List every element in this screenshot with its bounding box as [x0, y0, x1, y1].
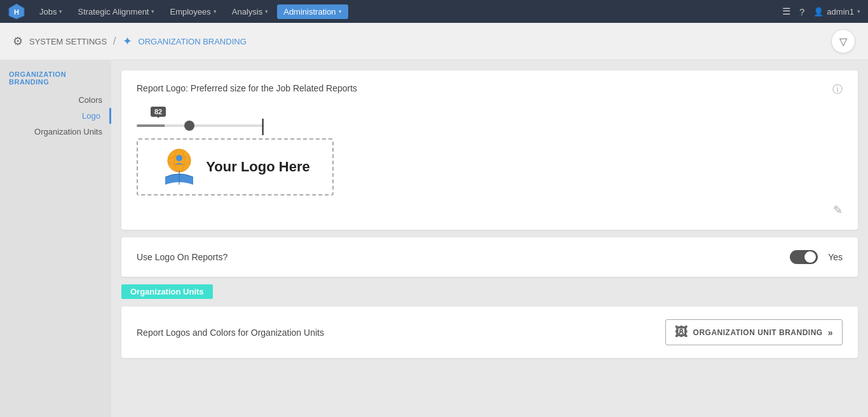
svg-point-6 [176, 155, 182, 161]
logo-size-slider[interactable] [137, 124, 264, 127]
use-logo-toggle[interactable] [790, 250, 818, 264]
help-circle-icon[interactable]: ⓘ [832, 83, 843, 96]
breadcrumb-org-branding[interactable]: ORGANIZATION BRANDING [139, 37, 247, 46]
chevron-down-icon: ▾ [857, 8, 860, 15]
sidebar-item-logo[interactable]: Logo [0, 108, 111, 124]
org-units-row-label: Report Logos and Colors for Organization… [137, 328, 324, 338]
toggle-thumb [804, 251, 816, 263]
chevron-down-icon: ▾ [265, 8, 268, 15]
toggle-yes-label: Yes [828, 252, 843, 262]
logo-svg [160, 147, 198, 188]
main-content: Report Logo: Preferred size for the Job … [111, 60, 868, 417]
slider-container: 82 | [137, 107, 843, 127]
filter-icon: ▽ [839, 36, 847, 48]
nav-employees[interactable]: Employees ▾ [163, 4, 222, 19]
filters-icon[interactable]: ☰ [782, 6, 790, 17]
org-units-section: Organization Units Report Logos and Colo… [121, 284, 858, 358]
user-menu[interactable]: 👤 admin1 ▾ [813, 7, 860, 17]
sidebar-item-organization-units[interactable]: Organization Units [0, 124, 111, 140]
org-branding-icon: ✦ [123, 34, 132, 48]
report-logo-card: Report Logo: Preferred size for the Job … [121, 70, 858, 230]
breadcrumb: ⚙ SYSTEM SETTINGS / ✦ ORGANIZATION BRAND… [0, 23, 868, 60]
card-bottom-action: ✎ [137, 203, 843, 217]
top-nav: H Jobs ▾ Strategic Alignment ▾ Employees… [0, 0, 868, 23]
chevron-down-icon: ▾ [339, 8, 342, 15]
chevron-down-icon: ▾ [151, 8, 154, 15]
use-logo-card: Use Logo On Reports? Yes [121, 237, 858, 277]
svg-text:H: H [14, 8, 19, 16]
edit-icon[interactable]: ✎ [833, 203, 843, 217]
use-logo-label: Use Logo On Reports? [137, 252, 780, 262]
slider-value-bubble: 82 [151, 107, 166, 117]
nav-right: ☰ ? 👤 admin1 ▾ [782, 6, 860, 17]
image-icon: 🖼 [675, 325, 688, 340]
chevron-down-icon: ▾ [59, 8, 62, 15]
org-units-section-label: Organization Units [121, 284, 213, 299]
user-icon: 👤 [813, 7, 824, 17]
system-settings-icon: ⚙ [13, 34, 23, 48]
org-units-card: Report Logos and Colors for Organization… [121, 307, 858, 358]
nav-analysis[interactable]: Analysis ▾ [226, 4, 275, 19]
filter-button[interactable]: ▽ [831, 29, 855, 53]
nav-jobs[interactable]: Jobs ▾ [33, 4, 69, 19]
org-branding-btn-label: ORGANIZATION UNIT BRANDING [693, 328, 823, 337]
nav-administration[interactable]: Administration ▾ [277, 4, 348, 19]
org-unit-branding-button[interactable]: 🖼 ORGANIZATION UNIT BRANDING » [665, 319, 843, 345]
logo-preview-area[interactable]: Your Logo Here [137, 138, 334, 195]
logo-preview-text: Your Logo Here [206, 159, 309, 175]
breadcrumb-system-settings[interactable]: SYSTEM SETTINGS [29, 37, 107, 46]
sidebar-item-colors[interactable]: Colors [0, 92, 111, 108]
chevron-down-icon: ▾ [214, 8, 217, 15]
app-logo[interactable]: H [8, 3, 25, 20]
help-icon[interactable]: ? [799, 6, 804, 17]
breadcrumb-separator: / [113, 36, 116, 47]
nav-strategic-alignment[interactable]: Strategic Alignment ▾ [71, 4, 161, 19]
double-chevron-icon: » [828, 328, 833, 338]
report-logo-label: Report Logo: Preferred size for the Job … [137, 83, 357, 93]
sidebar-title: ORGANIZATION BRANDING [0, 70, 111, 92]
sidebar: ORGANIZATION BRANDING Colors Logo Organi… [0, 60, 111, 417]
main-layout: ORGANIZATION BRANDING Colors Logo Organi… [0, 60, 868, 417]
